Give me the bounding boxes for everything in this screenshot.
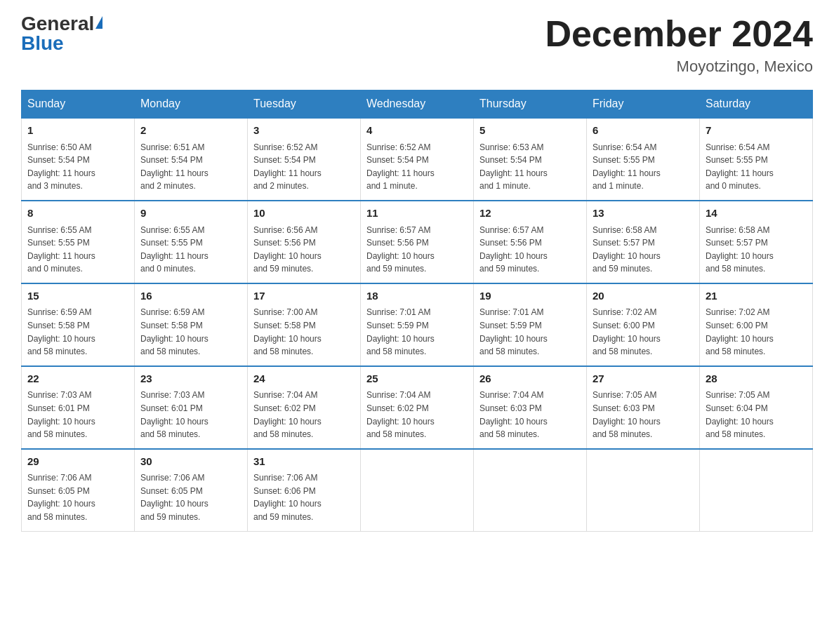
calendar-cell: 13Sunrise: 6:58 AMSunset: 5:57 PMDayligh… [587,201,700,283]
week-row-2: 8Sunrise: 6:55 AMSunset: 5:55 PMDaylight… [22,201,813,283]
calendar-cell: 16Sunrise: 6:59 AMSunset: 5:58 PMDayligh… [135,283,248,366]
day-header-sunday: Sunday [22,90,135,119]
calendar-title: December 2024 [545,14,813,54]
day-info: Sunrise: 6:55 AMSunset: 5:55 PMDaylight:… [140,224,241,276]
day-info: Sunrise: 7:02 AMSunset: 6:00 PMDaylight:… [593,306,694,358]
calendar-cell: 19Sunrise: 7:01 AMSunset: 5:59 PMDayligh… [474,283,587,366]
day-info: Sunrise: 6:53 AMSunset: 5:54 PMDaylight:… [479,141,581,193]
day-number: 4 [366,123,468,139]
day-number: 24 [253,371,355,387]
calendar-cell: 5Sunrise: 6:53 AMSunset: 5:54 PMDaylight… [474,118,587,201]
week-row-5: 29Sunrise: 7:06 AMSunset: 6:05 PMDayligh… [22,449,813,531]
week-row-4: 22Sunrise: 7:03 AMSunset: 6:01 PMDayligh… [22,366,813,449]
calendar-cell: 9Sunrise: 6:55 AMSunset: 5:55 PMDaylight… [135,201,248,283]
day-number: 14 [706,206,807,222]
day-info: Sunrise: 6:58 AMSunset: 5:57 PMDaylight:… [706,224,807,276]
title-area: December 2024 Moyotzingo, Mexico [545,14,813,76]
day-info: Sunrise: 7:05 AMSunset: 6:04 PMDaylight:… [706,389,807,441]
calendar-cell: 30Sunrise: 7:06 AMSunset: 6:05 PMDayligh… [135,449,248,531]
day-header-monday: Monday [135,90,248,119]
day-number: 28 [706,371,807,387]
day-info: Sunrise: 6:54 AMSunset: 5:55 PMDaylight:… [593,141,694,193]
calendar-cell: 11Sunrise: 6:57 AMSunset: 5:56 PMDayligh… [361,201,474,283]
week-row-3: 15Sunrise: 6:59 AMSunset: 5:58 PMDayligh… [22,283,813,366]
day-header-saturday: Saturday [700,90,813,119]
calendar-cell: 4Sunrise: 6:52 AMSunset: 5:54 PMDaylight… [361,118,474,201]
day-number: 8 [27,206,128,222]
day-number: 6 [593,123,694,139]
day-info: Sunrise: 6:51 AMSunset: 5:54 PMDaylight:… [140,141,241,193]
calendar-cell: 3Sunrise: 6:52 AMSunset: 5:54 PMDaylight… [248,118,361,201]
calendar-cell [700,449,813,531]
day-info: Sunrise: 7:06 AMSunset: 6:05 PMDaylight:… [140,471,241,523]
day-info: Sunrise: 6:59 AMSunset: 5:58 PMDaylight:… [140,306,241,358]
calendar-cell: 24Sunrise: 7:04 AMSunset: 6:02 PMDayligh… [248,366,361,449]
day-number: 3 [253,123,355,139]
day-number: 23 [140,371,241,387]
day-number: 15 [27,288,128,304]
calendar-cell: 1Sunrise: 6:50 AMSunset: 5:54 PMDaylight… [22,118,135,201]
day-info: Sunrise: 6:59 AMSunset: 5:58 PMDaylight:… [27,306,128,358]
calendar-cell: 27Sunrise: 7:05 AMSunset: 6:03 PMDayligh… [587,366,700,449]
calendar-cell: 6Sunrise: 6:54 AMSunset: 5:55 PMDaylight… [587,118,700,201]
calendar-cell: 2Sunrise: 6:51 AMSunset: 5:54 PMDaylight… [135,118,248,201]
calendar-cell: 10Sunrise: 6:56 AMSunset: 5:56 PMDayligh… [248,201,361,283]
day-number: 31 [253,454,355,470]
day-number: 10 [253,206,355,222]
calendar-cell: 20Sunrise: 7:02 AMSunset: 6:00 PMDayligh… [587,283,700,366]
day-number: 17 [253,288,355,304]
day-info: Sunrise: 6:54 AMSunset: 5:55 PMDaylight:… [706,141,807,193]
day-number: 12 [479,206,581,222]
day-info: Sunrise: 7:06 AMSunset: 6:05 PMDaylight:… [27,471,128,523]
calendar-cell: 8Sunrise: 6:55 AMSunset: 5:55 PMDaylight… [22,201,135,283]
day-number: 13 [593,206,694,222]
day-number: 5 [479,123,581,139]
calendar-cell: 14Sunrise: 6:58 AMSunset: 5:57 PMDayligh… [700,201,813,283]
calendar-cell: 28Sunrise: 7:05 AMSunset: 6:04 PMDayligh… [700,366,813,449]
calendar-cell: 21Sunrise: 7:02 AMSunset: 6:00 PMDayligh… [700,283,813,366]
calendar-cell: 12Sunrise: 6:57 AMSunset: 5:56 PMDayligh… [474,201,587,283]
day-info: Sunrise: 7:05 AMSunset: 6:03 PMDaylight:… [593,389,694,441]
day-info: Sunrise: 7:06 AMSunset: 6:06 PMDaylight:… [253,471,355,523]
header: General Blue December 2024 Moyotzingo, M… [21,14,813,76]
day-number: 7 [706,123,807,139]
calendar-cell: 17Sunrise: 7:00 AMSunset: 5:58 PMDayligh… [248,283,361,366]
day-info: Sunrise: 6:57 AMSunset: 5:56 PMDaylight:… [366,224,468,276]
header-row: SundayMondayTuesdayWednesdayThursdayFrid… [22,90,813,119]
logo-triangle-icon [95,16,102,29]
day-number: 30 [140,454,241,470]
calendar-cell [474,449,587,531]
calendar-cell [361,449,474,531]
day-info: Sunrise: 6:56 AMSunset: 5:56 PMDaylight:… [253,224,355,276]
day-info: Sunrise: 6:57 AMSunset: 5:56 PMDaylight:… [479,224,581,276]
day-info: Sunrise: 6:50 AMSunset: 5:54 PMDaylight:… [27,141,128,193]
day-number: 9 [140,206,241,222]
calendar-cell: 31Sunrise: 7:06 AMSunset: 6:06 PMDayligh… [248,449,361,531]
logo: General Blue [21,14,102,53]
calendar-cell: 7Sunrise: 6:54 AMSunset: 5:55 PMDaylight… [700,118,813,201]
calendar-cell: 15Sunrise: 6:59 AMSunset: 5:58 PMDayligh… [22,283,135,366]
day-info: Sunrise: 6:58 AMSunset: 5:57 PMDaylight:… [593,224,694,276]
day-number: 20 [593,288,694,304]
day-info: Sunrise: 6:52 AMSunset: 5:54 PMDaylight:… [253,141,355,193]
calendar-cell: 22Sunrise: 7:03 AMSunset: 6:01 PMDayligh… [22,366,135,449]
day-info: Sunrise: 7:01 AMSunset: 5:59 PMDaylight:… [366,306,468,358]
logo-blue-text: Blue [21,34,64,53]
day-number: 1 [27,123,128,139]
day-number: 21 [706,288,807,304]
day-info: Sunrise: 7:04 AMSunset: 6:02 PMDaylight:… [253,389,355,441]
day-number: 11 [366,206,468,222]
day-number: 19 [479,288,581,304]
day-header-thursday: Thursday [474,90,587,119]
calendar-subtitle: Moyotzingo, Mexico [545,58,813,76]
day-info: Sunrise: 7:01 AMSunset: 5:59 PMDaylight:… [479,306,581,358]
day-number: 18 [366,288,468,304]
day-info: Sunrise: 7:00 AMSunset: 5:58 PMDaylight:… [253,306,355,358]
calendar-cell: 29Sunrise: 7:06 AMSunset: 6:05 PMDayligh… [22,449,135,531]
day-number: 16 [140,288,241,304]
day-number: 27 [593,371,694,387]
day-number: 26 [479,371,581,387]
calendar-table: SundayMondayTuesdayWednesdayThursdayFrid… [21,90,813,531]
day-header-wednesday: Wednesday [361,90,474,119]
day-header-friday: Friday [587,90,700,119]
